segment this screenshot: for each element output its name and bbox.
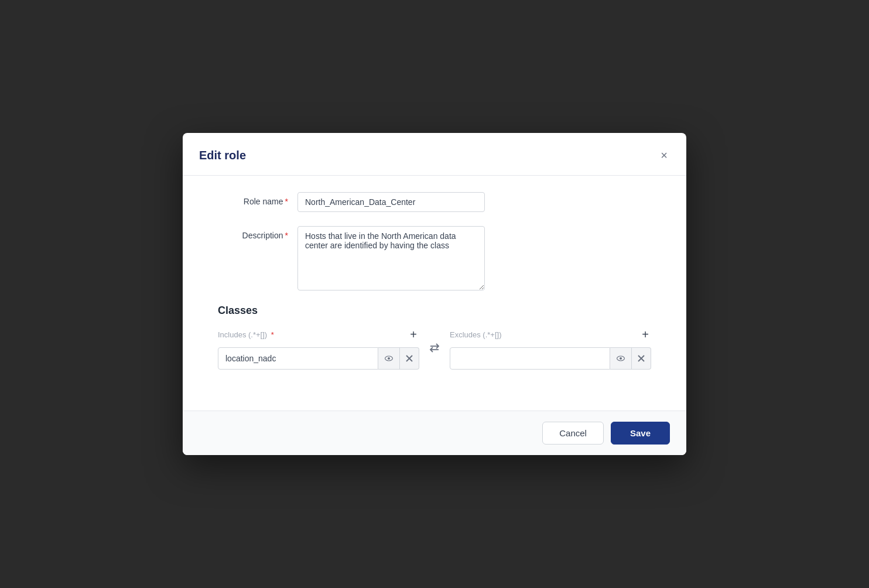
role-name-input[interactable] — [297, 192, 485, 212]
excludes-column: Excludes (.*+[]) + — [450, 329, 651, 370]
role-name-row: Role name* — [218, 192, 651, 212]
add-include-button[interactable]: + — [408, 329, 419, 340]
swap-icon — [419, 342, 450, 356]
svg-point-1 — [388, 357, 390, 360]
svg-point-7 — [620, 357, 622, 360]
includes-clear-button[interactable] — [400, 347, 419, 370]
excludes-header: Excludes (.*+[]) + — [450, 329, 651, 340]
modal-body: Role name* Description* Hosts that live … — [183, 176, 686, 411]
modal-footer: Cancel Save — [183, 411, 686, 455]
includes-eye-button[interactable] — [378, 347, 400, 370]
required-indicator: * — [285, 197, 288, 206]
includes-column: Includes (.*+[]) * + — [218, 329, 419, 370]
excludes-label: Excludes (.*+[]) — [450, 330, 502, 339]
eye-icon — [384, 354, 394, 363]
clear-icon-excludes — [638, 355, 645, 362]
description-textarea[interactable]: Hosts that live in the North American da… — [297, 226, 485, 290]
excludes-input-row — [450, 347, 651, 370]
classes-title: Classes — [218, 305, 651, 317]
includes-label: Includes (.*+[]) * — [218, 330, 274, 339]
excludes-clear-button[interactable] — [632, 347, 651, 370]
includes-input[interactable] — [218, 347, 378, 370]
classes-section: Classes Includes (.*+[]) * + — [218, 305, 651, 370]
clear-icon — [406, 355, 413, 362]
includes-header: Includes (.*+[]) * + — [218, 329, 419, 340]
modal-header: Edit role × — [183, 133, 686, 176]
add-exclude-button[interactable]: + — [639, 329, 651, 340]
save-button[interactable]: Save — [611, 422, 670, 445]
description-label: Description* — [218, 226, 288, 240]
includes-required: * — [271, 330, 274, 339]
excludes-input[interactable] — [450, 347, 610, 370]
modal-title: Edit role — [199, 149, 246, 162]
role-name-label: Role name* — [218, 192, 288, 206]
close-button[interactable]: × — [658, 147, 670, 163]
eye-icon-excludes — [616, 354, 625, 363]
cancel-button[interactable]: Cancel — [542, 422, 604, 445]
required-indicator-desc: * — [285, 231, 288, 240]
description-row: Description* Hosts that live in the Nort… — [218, 226, 651, 290]
edit-role-modal: Edit role × Role name* Description* Host… — [183, 133, 686, 455]
classes-columns: Includes (.*+[]) * + — [218, 329, 651, 370]
excludes-eye-button[interactable] — [610, 347, 632, 370]
includes-input-row — [218, 347, 419, 370]
close-icon: × — [661, 149, 668, 161]
